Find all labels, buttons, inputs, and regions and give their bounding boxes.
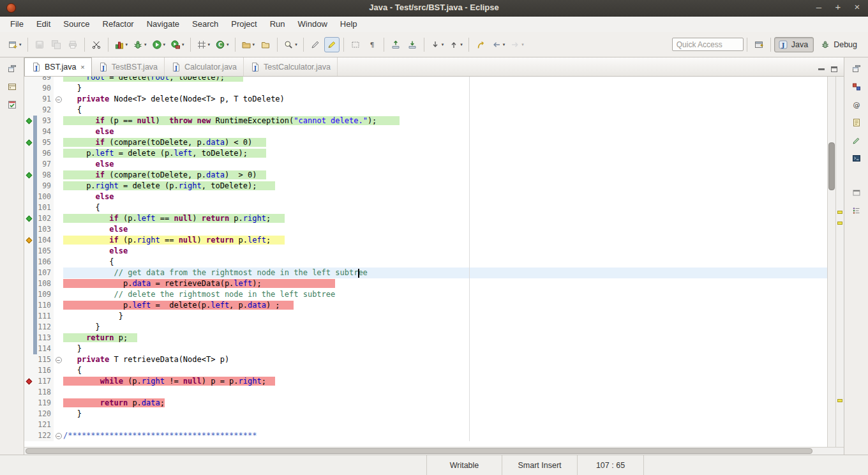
tab-testbst-java[interactable]: JTestBST.java (92, 57, 165, 76)
horizontal-scrollbar[interactable] (24, 447, 844, 455)
yellow-annotation-mark[interactable] (837, 222, 842, 225)
new-button[interactable]: ▾ (6, 37, 24, 52)
tasks-view-button[interactable] (849, 115, 864, 130)
junit-view-button[interactable] (4, 97, 20, 112)
window-close-button[interactable]: × (853, 1, 862, 12)
open-resource-button[interactable] (258, 37, 273, 52)
restore-views-button[interactable] (849, 61, 864, 77)
code-text[interactable]: } (63, 83, 827, 94)
sync-members-button[interactable] (405, 37, 420, 52)
code-text[interactable]: p.left = delete (p.left, toDelete); (63, 148, 827, 159)
previous-annotation-button[interactable]: ▾ (447, 37, 465, 52)
code-text[interactable]: if (p == null) throw new RuntimeExceptio… (63, 116, 827, 126)
code-text[interactable]: } (63, 343, 827, 354)
code-text[interactable]: if (p.left == null) return p.right; (63, 213, 827, 224)
code-text[interactable]: else (63, 246, 827, 257)
collapse-icon[interactable]: − (56, 433, 62, 439)
menu-file[interactable]: File (4, 17, 30, 32)
next-annotation-button[interactable]: ▾ (428, 37, 446, 52)
code-text[interactable]: { (63, 202, 827, 213)
yellow-annotation-mark[interactable] (837, 399, 842, 402)
new-class-button[interactable]: C▾ (213, 37, 231, 52)
back-button[interactable]: ▾ (490, 37, 507, 52)
show-whitespace-button[interactable]: ¶ (364, 37, 380, 52)
code-text[interactable]: private T retrieveData(Node<T> p) (63, 354, 827, 365)
code-text[interactable]: } (63, 311, 827, 322)
horizontal-scrollbar-thumb[interactable] (26, 448, 812, 454)
organize-imports-button[interactable] (388, 37, 403, 52)
restore-views-button[interactable] (4, 61, 20, 77)
code-text[interactable]: if (compare(toDelete, p.data) < 0) (63, 137, 827, 148)
code-text[interactable]: p.left = delete(p.left, p.data) ; (63, 300, 827, 311)
minimize-view-button[interactable] (849, 185, 864, 200)
code-text[interactable]: p.data = retrieveData(p.left); (63, 278, 827, 289)
code-text[interactable]: return p; (63, 333, 827, 343)
menu-project[interactable]: Project (225, 17, 263, 32)
tab-calculator-java[interactable]: JCalculator.java (165, 57, 244, 76)
problems-view-button[interactable] (849, 79, 864, 94)
menu-edit[interactable]: Edit (30, 17, 57, 32)
tab-testcalculator-java[interactable]: JTestCalculator.java (244, 57, 338, 76)
code-text[interactable]: private Node<T> delete(Node<T> p, T toDe… (63, 94, 827, 105)
code-text[interactable]: // get data from the rightmost node in t… (63, 268, 827, 278)
code-text[interactable]: else (63, 224, 827, 235)
menu-window[interactable]: Window (292, 17, 334, 32)
javadoc-view-button[interactable]: @ (849, 97, 864, 112)
minimize-editor-icon[interactable] (818, 68, 825, 70)
code-text[interactable]: { (63, 365, 827, 376)
perspective-debug-button[interactable]: Debug (816, 37, 863, 52)
coverage-button[interactable]: ▾ (112, 37, 130, 52)
yellow-annotation-mark[interactable] (837, 211, 842, 214)
code-text[interactable]: if (compare(toDelete, p.data) > 0) (63, 170, 827, 181)
menu-run[interactable]: Run (264, 17, 292, 32)
menu-refactor[interactable]: Refactor (96, 17, 140, 32)
new-java-project-button[interactable]: ▾ (195, 37, 213, 52)
package-explorer-view-button[interactable] (4, 79, 20, 94)
code-text[interactable]: while (p.right != null) p = p.right; (63, 376, 827, 387)
code-text[interactable]: else (63, 159, 827, 170)
block-selection-button[interactable] (348, 37, 363, 52)
window-maximize-button[interactable]: + (834, 1, 842, 12)
vertical-scrollbar[interactable] (827, 77, 835, 447)
code-text[interactable]: /***************************************… (63, 430, 827, 441)
mark-occurrences-button[interactable] (324, 37, 340, 52)
window-minimize-button[interactable]: – (814, 1, 823, 12)
code-text[interactable]: // delete the rightmost node in the left… (63, 289, 827, 300)
trim-edit-button[interactable] (89, 37, 104, 52)
code-editor[interactable]: 89 root = delete(root, toDelete); 90 }91… (24, 77, 827, 447)
menu-source[interactable]: Source (57, 17, 96, 32)
code-text[interactable]: if (p.right == null) return p.left; (63, 235, 827, 246)
code-text[interactable]: return p.data; (63, 398, 827, 409)
code-text[interactable] (63, 419, 827, 430)
perspective-java-button[interactable]: JJava (774, 37, 814, 52)
code-text[interactable]: p.right = delete (p.right, toDelete); (63, 181, 827, 192)
menu-search[interactable]: Search (186, 17, 225, 32)
tab-bst-java[interactable]: JBST.java× (24, 57, 92, 76)
outline-view-button[interactable] (849, 203, 864, 218)
vertical-scrollbar-thumb[interactable] (828, 142, 835, 190)
search-button[interactable]: ▾ (281, 37, 299, 52)
overview-ruler[interactable] (835, 77, 844, 447)
maximize-editor-icon[interactable] (831, 66, 837, 72)
code-text[interactable]: else (63, 126, 827, 137)
last-edit-location-button[interactable] (473, 37, 488, 52)
collapse-icon[interactable]: − (56, 96, 62, 103)
code-text[interactable]: { (63, 257, 827, 268)
code-text[interactable]: { (63, 105, 827, 116)
code-text[interactable]: root = delete(root, toDelete); (63, 77, 827, 83)
code-text[interactable]: else (63, 192, 827, 202)
code-text[interactable]: } (63, 409, 827, 419)
code-text[interactable]: } (63, 322, 827, 333)
annotate-button[interactable] (308, 37, 323, 52)
menu-navigate[interactable]: Navigate (140, 17, 186, 32)
debug-button[interactable]: ▾ (131, 37, 149, 52)
open-perspective-button[interactable] (751, 37, 767, 52)
quick-access-input[interactable] (672, 38, 744, 51)
console-view-button[interactable] (849, 151, 864, 166)
open-task-button[interactable]: ▾ (239, 37, 257, 52)
menu-help[interactable]: Help (334, 17, 364, 32)
collapse-icon[interactable]: − (56, 357, 62, 363)
external-tools-button[interactable]: ▾ (168, 37, 186, 52)
code-text[interactable] (63, 387, 827, 398)
declaration-view-button[interactable] (849, 133, 864, 148)
